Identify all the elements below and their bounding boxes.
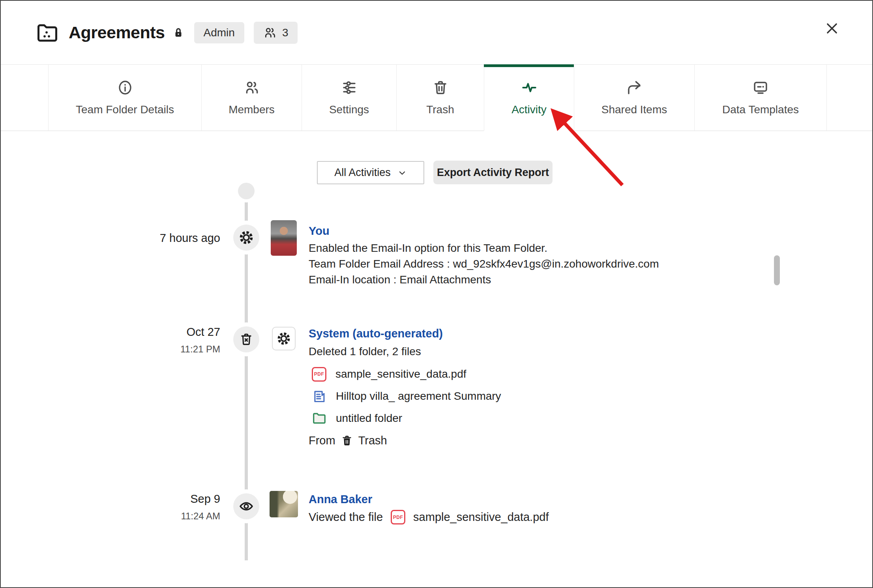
entry2-date: Oct 27 11:21 PM <box>111 326 220 355</box>
scrollbar-thumb[interactable] <box>774 255 780 285</box>
export-button-label: Export Activity Report <box>437 167 549 179</box>
entry3-date: Sep 9 11:24 AM <box>111 492 220 522</box>
entry3-action: Viewed the file <box>309 511 383 524</box>
trash-icon <box>432 79 449 96</box>
entry1-node <box>233 225 259 251</box>
tab-label: Trash <box>426 103 454 116</box>
pdf-file-icon: PDF <box>391 510 405 524</box>
sliders-icon <box>341 79 358 96</box>
avatar-anna-baker <box>270 491 298 517</box>
pdf-file-icon: PDF <box>312 367 326 382</box>
origin-prefix: From <box>309 434 335 447</box>
members-icon <box>263 26 277 39</box>
tab-trash[interactable]: Trash <box>396 65 484 131</box>
trash-filled-icon <box>341 434 353 447</box>
folder-icon <box>312 411 327 426</box>
tab-activity[interactable]: Activity <box>484 65 574 131</box>
tab-label: Activity <box>511 103 547 116</box>
deleted-file-row[interactable]: PDF sample_sensitive_data.pdf <box>312 363 501 385</box>
origin-label[interactable]: Trash <box>358 434 387 447</box>
entry3-time-value: 11:24 AM <box>111 511 220 522</box>
members-icon <box>244 79 260 96</box>
tab-settings[interactable]: Settings <box>302 65 396 131</box>
page-title: Agreements <box>69 23 165 42</box>
lock-icon <box>174 26 185 39</box>
folder-name: untitled folder <box>336 412 402 425</box>
dialog-header: Agreements Admin 3 <box>1 1 872 64</box>
close-button[interactable] <box>823 20 841 37</box>
activity-filter-dropdown[interactable]: All Activities <box>317 161 424 184</box>
tabbar-filler-left <box>1 65 48 131</box>
info-icon <box>117 79 133 96</box>
tab-shared-items[interactable]: Shared Items <box>574 65 694 131</box>
activity-filter-value: All Activities <box>334 167 391 179</box>
entry3-actor[interactable]: Anna Baker <box>309 493 372 506</box>
avatar-you <box>271 220 297 256</box>
share-icon <box>626 79 643 96</box>
entry2-date-value: Oct 27 <box>111 326 220 339</box>
tab-label: Data Templates <box>722 103 799 116</box>
entry1-line3: Email-In location : Email Attachments <box>309 272 659 288</box>
entry1-line1: Enabled the Email-In option for this Tea… <box>309 240 659 256</box>
tab-team-folder-details[interactable]: Team Folder Details <box>48 65 201 131</box>
tab-data-templates[interactable]: Data Templates <box>694 65 826 131</box>
entry2-item-list: PDF sample_sensitive_data.pdf Hilltop vi… <box>312 363 501 429</box>
deleted-folder-row[interactable]: untitled folder <box>312 407 501 429</box>
viewed-file-name[interactable]: sample_sensitive_data.pdf <box>413 511 549 524</box>
entry3-action-row: Viewed the file PDF sample_sensitive_dat… <box>309 510 549 524</box>
member-count-badge[interactable]: 3 <box>254 22 298 44</box>
entry2-action: Deleted 1 folder, 2 files <box>309 345 421 358</box>
pulse-icon <box>521 79 538 96</box>
entry2-time-value: 11:21 PM <box>111 344 220 355</box>
tabbar-filler-right <box>826 65 873 131</box>
deleted-file-row[interactable]: Hilltop villa_ agreement Summary <box>312 385 501 407</box>
export-activity-report-button[interactable]: Export Activity Report <box>433 161 553 184</box>
entry1-time: 7 hours ago <box>111 232 220 245</box>
team-folder-dialog: Agreements Admin 3 <box>0 0 873 588</box>
close-icon <box>824 21 839 36</box>
entry2-actor[interactable]: System (auto-generated) <box>309 327 443 340</box>
tab-label: Shared Items <box>601 103 667 116</box>
tab-bar: Team Folder Details Members Settings <box>1 64 872 131</box>
file-name: sample_sensitive_data.pdf <box>335 368 466 380</box>
role-badge-label: Admin <box>204 26 235 39</box>
gear-icon <box>277 331 291 346</box>
template-icon <box>752 79 769 96</box>
entry2-origin: From Trash <box>309 434 387 447</box>
timeline-start-node <box>238 183 255 199</box>
entry3-node <box>233 493 259 519</box>
system-actor-box <box>272 327 296 350</box>
entry3-date-value: Sep 9 <box>111 492 220 506</box>
role-badge: Admin <box>194 22 244 43</box>
trash-x-icon <box>239 332 254 347</box>
file-name: Hilltop villa_ agreement Summary <box>336 390 501 403</box>
team-folder-icon <box>36 21 59 45</box>
gear-icon <box>239 230 254 245</box>
eye-icon <box>239 499 254 514</box>
member-count-value: 3 <box>282 26 289 39</box>
entry1-details: Enabled the Email-In option for this Tea… <box>309 240 659 288</box>
tab-label: Team Folder Details <box>76 103 174 116</box>
entry1-actor[interactable]: You <box>309 225 330 238</box>
tab-label: Settings <box>329 103 369 116</box>
chevron-down-icon <box>397 168 407 178</box>
tab-label: Members <box>229 103 275 116</box>
tab-members[interactable]: Members <box>201 65 302 131</box>
entry2-node <box>233 326 259 352</box>
writer-file-icon <box>312 389 327 404</box>
entry1-line2: Team Folder Email Address : wd_92skfx4ev… <box>309 256 659 272</box>
